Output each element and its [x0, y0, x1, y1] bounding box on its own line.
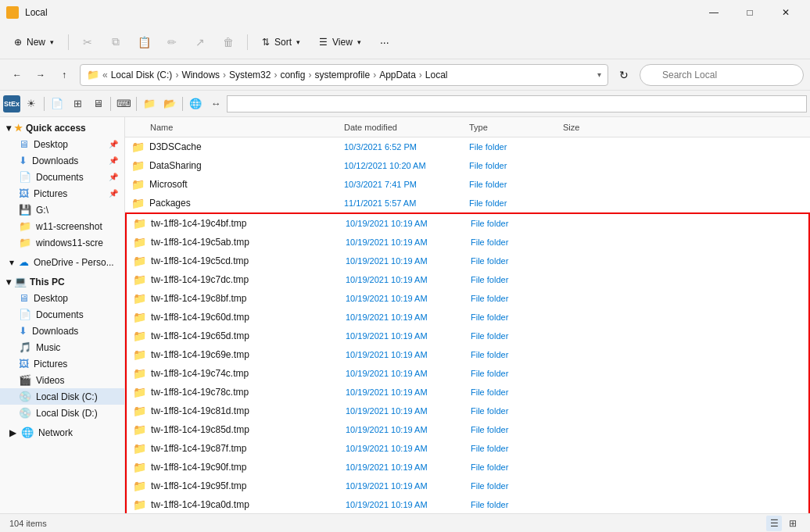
downloads-icon: ⬇ — [19, 155, 27, 166]
stex-input[interactable] — [227, 95, 807, 112]
sidebar-item-desktop[interactable]: 🖥 Desktop 📌 — [0, 136, 124, 152]
share-button[interactable]: ↗ — [188, 30, 213, 55]
quick-access-header[interactable]: ▾ ★ Quick access — [0, 120, 124, 136]
local-disk-d-icon: 💿 — [19, 407, 31, 419]
table-row[interactable]: 📁 Microsoft 10/3/2021 7:41 PM File folde… — [125, 175, 810, 194]
cell-name: 📁 tw-1ff8-1c4-19c5ab.tmp — [127, 236, 346, 248]
close-button[interactable]: ✕ — [768, 0, 804, 25]
paste-button[interactable]: 📋 — [131, 30, 156, 55]
table-row[interactable]: 📁 tw-1ff8-1c4-19c85d.tmp 10/19/2021 10:1… — [127, 420, 808, 439]
table-row[interactable]: 📁 tw-1ff8-1c4-19c7dc.tmp 10/19/2021 10:1… — [127, 270, 808, 289]
copy-button[interactable]: ⧉ — [103, 30, 128, 55]
up-button[interactable]: ↑ — [53, 64, 75, 86]
table-row[interactable]: 📁 tw-1ff8-1c4-19c87f.tmp 10/19/2021 10:1… — [127, 439, 808, 458]
file-name: tw-1ff8-1c4-19c78c.tmp — [151, 387, 249, 398]
table-row[interactable]: 📁 tw-1ff8-1c4-19c5ab.tmp 10/19/2021 10:1… — [127, 233, 808, 252]
table-row[interactable]: 📁 Packages 11/1/2021 5:57 AM File folder — [125, 194, 810, 212]
file-name: tw-1ff8-1c4-19ca0d.tmp — [151, 499, 249, 510]
maximize-button[interactable]: □ — [732, 0, 768, 25]
sidebar-item-documents2[interactable]: 📄 Documents — [0, 306, 124, 323]
table-row[interactable]: 📁 tw-1ff8-1c4-19c65d.tmp 10/19/2021 10:1… — [127, 327, 808, 345]
table-row[interactable]: 📁 tw-1ff8-1c4-19c5cd.tmp 10/19/2021 10:1… — [127, 252, 808, 270]
breadcrumb-dropdown-button[interactable]: ▾ — [597, 70, 601, 79]
local-disk-c-label: Local Disk (C:) — [36, 391, 98, 402]
folder-icon: 📁 — [131, 197, 145, 209]
delete-button[interactable]: 🗑 — [216, 30, 241, 55]
sidebar-item-pictures2[interactable]: 🖼 Pictures — [0, 355, 124, 372]
sidebar-item-music[interactable]: 🎵 Music — [0, 339, 124, 355]
downloads2-label: Downloads — [32, 326, 78, 337]
sidebar-item-w11-screenshot[interactable]: 📁 w11-screenshot — [0, 218, 124, 234]
sidebar-item-downloads[interactable]: ⬇ Downloads 📌 — [0, 152, 124, 169]
cell-date: 10/19/2021 10:19 AM — [346, 294, 471, 303]
sidebar-item-pictures[interactable]: 🖼 Pictures 📌 — [0, 185, 124, 202]
table-row[interactable]: 📁 tw-1ff8-1c4-19c4bf.tmp 10/19/2021 10:1… — [127, 214, 808, 233]
stex-btn-grid[interactable]: ⊞ — [68, 95, 87, 113]
stex-btn-sun[interactable]: ☀ — [22, 95, 41, 113]
table-row[interactable]: 📁 tw-1ff8-1c4-19c78c.tmp 10/19/2021 10:1… — [127, 383, 808, 402]
breadcrumb-appdata[interactable]: AppData — [379, 70, 416, 80]
file-name: Packages — [149, 198, 191, 209]
file-name: tw-1ff8-1c4-19c87f.tmp — [151, 443, 247, 454]
breadcrumb-config[interactable]: config — [280, 70, 305, 80]
sidebar-item-network[interactable]: ▶ 🌐 Network — [0, 424, 124, 441]
stex-btn-doc[interactable]: 📄 — [48, 95, 66, 113]
table-row[interactable]: 📁 D3DSCache 10/3/2021 6:52 PM File folde… — [125, 137, 810, 156]
videos-icon: 🎬 — [19, 374, 31, 386]
sidebar-item-downloads2[interactable]: ⬇ Downloads — [0, 323, 124, 339]
table-row[interactable]: 📁 tw-1ff8-1c4-19c90f.tmp 10/19/2021 10:1… — [127, 458, 808, 477]
stex-btn-folder1[interactable]: 📁 — [140, 95, 159, 113]
cell-name: 📁 tw-1ff8-1c4-19c69e.tmp — [127, 348, 346, 361]
breadcrumb-local[interactable]: Local — [425, 70, 448, 80]
col-header-name[interactable]: Name — [125, 123, 344, 132]
sidebar-item-videos[interactable]: 🎬 Videos — [0, 372, 124, 388]
stex-toolbar: StEx ☀ 📄 ⊞ 🖥 ⌨ 📁 📂 🌐 ↔ — [0, 91, 810, 117]
table-row[interactable]: 📁 tw-1ff8-1c4-19c69e.tmp 10/19/2021 10:1… — [127, 345, 808, 364]
details-view-button[interactable]: ☰ — [766, 516, 782, 531]
view-button[interactable]: ☰ View ▾ — [311, 30, 369, 55]
breadcrumb-system32[interactable]: System32 — [229, 70, 271, 80]
breadcrumb-local-disk-c[interactable]: Local Disk (C:) — [111, 70, 173, 80]
large-icons-view-button[interactable]: ⊞ — [785, 516, 801, 531]
search-input[interactable] — [640, 64, 804, 86]
sidebar-item-onedrive[interactable]: ▾ ☁ OneDrive - Perso... — [0, 254, 124, 270]
forward-button[interactable]: → — [30, 64, 52, 86]
breadcrumb-windows[interactable]: Windows — [181, 70, 220, 80]
sidebar-item-desktop2[interactable]: 🖥 Desktop — [0, 290, 124, 306]
stex-btn-cmd[interactable]: ⌨ — [114, 95, 133, 113]
cut-button[interactable]: ✂ — [75, 30, 100, 55]
refresh-button[interactable]: ↻ — [613, 64, 635, 86]
minimize-button[interactable]: — — [696, 0, 732, 25]
breadcrumb-folder-icon: 📁 — [87, 69, 99, 80]
this-pc-header[interactable]: ▾ 💻 This PC — [0, 273, 124, 290]
table-row[interactable]: 📁 tw-1ff8-1c4-19c81d.tmp 10/19/2021 10:1… — [127, 402, 808, 420]
stex-btn-screen[interactable]: 🖥 — [88, 95, 107, 113]
new-button[interactable]: ⊕ New ▾ — [6, 30, 62, 55]
documents2-icon: 📄 — [19, 309, 31, 320]
stex-btn-arrow[interactable]: ↔ — [206, 95, 225, 113]
col-header-size[interactable]: Size — [563, 123, 625, 132]
documents-label: Documents — [36, 172, 84, 183]
more-button[interactable]: ··· — [372, 30, 397, 55]
table-row[interactable]: 📁 tw-1ff8-1c4-19c95f.tmp 10/19/2021 10:1… — [127, 477, 808, 495]
sidebar-item-documents[interactable]: 📄 Documents 📌 — [0, 169, 124, 185]
col-header-type[interactable]: Type — [469, 123, 563, 132]
sidebar-item-local-disk-c[interactable]: 💿 Local Disk (C:) — [0, 388, 124, 405]
stex-btn-folder2[interactable]: 📂 — [160, 95, 179, 113]
table-row[interactable]: 📁 DataSharing 10/12/2021 10:20 AM File f… — [125, 156, 810, 175]
sidebar-item-g-drive[interactable]: 💾 G:\ — [0, 202, 124, 218]
table-row[interactable]: 📁 tw-1ff8-1c4-19c8bf.tmp 10/19/2021 10:1… — [127, 289, 808, 308]
table-row[interactable]: 📁 tw-1ff8-1c4-19c74c.tmp 10/19/2021 10:1… — [127, 364, 808, 383]
sidebar-item-windows11-scre[interactable]: 📁 windows11-scre — [0, 234, 124, 251]
sort-button[interactable]: ⇅ Sort ▾ — [254, 30, 308, 55]
table-row[interactable]: 📁 tw-1ff8-1c4-19c60d.tmp 10/19/2021 10:1… — [127, 308, 808, 327]
breadcrumb-systemprofile[interactable]: systemprofile — [314, 70, 370, 80]
breadcrumb-bar[interactable]: 📁 « Local Disk (C:) › Windows › System32… — [80, 64, 608, 86]
table-row[interactable]: 📁 tw-1ff8-1c4-19ca0d.tmp 10/19/2021 10:1… — [127, 495, 808, 513]
title-bar-left: Local — [6, 6, 48, 19]
col-header-date[interactable]: Date modified — [344, 123, 469, 132]
stex-btn-globe[interactable]: 🌐 — [186, 95, 205, 113]
sidebar-item-local-disk-d[interactable]: 💿 Local Disk (D:) — [0, 405, 124, 421]
back-button[interactable]: ← — [6, 64, 28, 86]
rename-button[interactable]: ✏ — [159, 30, 185, 55]
